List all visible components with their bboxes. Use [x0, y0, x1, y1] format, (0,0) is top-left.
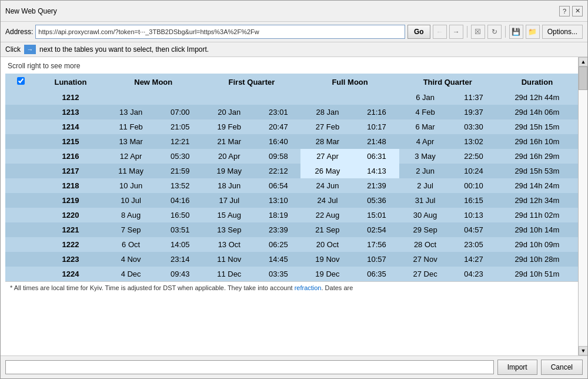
import-button[interactable]: Import: [497, 360, 537, 375]
browse-button[interactable]: 📁: [526, 25, 540, 39]
table-row: 1216 12 Apr 05:30 20 Apr 09:58 27 Apr 06…: [5, 149, 578, 164]
row-fm-time: 10:57: [354, 252, 399, 267]
row-lunation: 1219: [37, 193, 104, 208]
row-duration: 29d 16h 29m: [496, 149, 578, 164]
row-lunation: 1213: [37, 105, 104, 119]
row-fq-time: [256, 90, 300, 105]
row-fq-time: 20:47: [256, 119, 300, 134]
row-new-moon-date: 10 Jun: [104, 178, 158, 193]
row-tq-date: 4 Apr: [399, 134, 452, 149]
row-fm-date: 19 Dec: [300, 267, 354, 281]
row-duration: 29d 10h 09m: [496, 237, 578, 252]
row-fq-time: 03:35: [256, 267, 300, 281]
table-row: 1213 13 Jan 07:00 20 Jan 23:01 28 Jan 21…: [5, 105, 578, 119]
click-bar: Click → next to the tables you want to s…: [1, 42, 587, 57]
row-new-moon-date: 8 Aug: [104, 208, 158, 222]
select-all-checkbox[interactable]: [17, 77, 25, 85]
address-label: Address:: [5, 28, 33, 36]
row-checkbox-cell: [5, 119, 37, 134]
stop-button[interactable]: ☒: [471, 25, 485, 39]
row-checkbox-cell: [5, 237, 37, 252]
col-lunation: Lunation: [37, 74, 104, 90]
row-checkbox-cell: [5, 164, 37, 178]
row-new-moon-time: 12:21: [158, 134, 202, 149]
row-new-moon-date: 12 Apr: [104, 149, 158, 164]
options-button[interactable]: Options...: [542, 25, 583, 39]
row-lunation: 1215: [37, 134, 104, 149]
row-fq-time: 18:19: [256, 208, 300, 222]
row-fm-time: 21:39: [354, 178, 399, 193]
row-fm-time: [354, 90, 399, 105]
row-fq-date: 19 May: [202, 164, 256, 178]
row-fq-time: 23:39: [256, 222, 300, 237]
dialog-window: New Web Query ? ✕ Address: Go ← → ☒ ↻ 💾 …: [0, 0, 588, 379]
refraction-link[interactable]: refraction: [295, 284, 322, 291]
row-tq-time: 11:37: [451, 90, 496, 105]
table-row: 1215 13 Mar 12:21 21 Mar 16:40 28 Mar 21…: [5, 134, 578, 149]
table-header-row: Lunation New Moon First Quarter Full Moo…: [5, 74, 578, 90]
row-tq-time: 00:10: [451, 178, 496, 193]
row-checkbox-cell: [5, 193, 37, 208]
row-fq-date: 17 Jul: [202, 193, 256, 208]
row-new-moon-time: 04:16: [158, 193, 202, 208]
row-tq-date: 2 Jul: [399, 178, 452, 193]
row-tq-date: 2 Jun: [399, 164, 452, 178]
forward-button[interactable]: →: [449, 25, 463, 39]
table-row: 1221 7 Sep 03:51 13 Sep 23:39 21 Sep 02:…: [5, 222, 578, 237]
row-fq-time: 13:10: [256, 193, 300, 208]
row-fm-date: 24 Jul: [300, 193, 354, 208]
row-fq-date: [202, 90, 256, 105]
row-tq-time: 04:23: [451, 267, 496, 281]
row-duration: 29d 15h 53m: [496, 164, 578, 178]
cancel-button[interactable]: Cancel: [541, 360, 583, 375]
row-checkbox-cell: [5, 149, 37, 164]
scroll-down-arrow[interactable]: ▼: [579, 346, 587, 355]
row-new-moon-time: 23:14: [158, 252, 202, 267]
go-button[interactable]: Go: [407, 25, 430, 39]
vertical-scrollbar[interactable]: ▲ ▼: [578, 57, 587, 355]
row-fm-time: 06:31: [354, 149, 399, 164]
row-fm-time: 06:35: [354, 267, 399, 281]
row-lunation: 1220: [37, 208, 104, 222]
row-tq-date: 31 Jul: [399, 193, 452, 208]
separator2: [505, 26, 506, 38]
row-fq-time: 23:01: [256, 105, 300, 119]
row-lunation: 1214: [37, 119, 104, 134]
bottom-input[interactable]: [5, 360, 494, 374]
row-fm-date: 19 Nov: [300, 252, 354, 267]
row-fm-date: 24 Jun: [300, 178, 354, 193]
row-fq-time: 14:45: [256, 252, 300, 267]
row-tq-time: 23:05: [451, 237, 496, 252]
back-button[interactable]: ←: [433, 25, 447, 39]
arrow-icon: →: [24, 45, 36, 54]
title-buttons: ? ✕: [559, 6, 583, 16]
row-fq-time: 06:54: [256, 178, 300, 193]
row-checkbox-cell: [5, 222, 37, 237]
table-row: 1222 6 Oct 14:05 13 Oct 06:25 20 Oct 17:…: [5, 237, 578, 252]
row-duration: 29d 10h 28m: [496, 252, 578, 267]
row-fm-date: 28 Jan: [300, 105, 354, 119]
save-button[interactable]: 💾: [509, 25, 523, 39]
scroll-track[interactable]: [579, 67, 587, 346]
refresh-button[interactable]: ↻: [487, 25, 502, 39]
row-checkbox-cell: [5, 90, 37, 105]
row-tq-time: 14:27: [451, 252, 496, 267]
row-tq-date: 27 Nov: [399, 252, 452, 267]
help-button[interactable]: ?: [559, 6, 570, 16]
row-fq-time: 16:40: [256, 134, 300, 149]
table-container[interactable]: Scroll right to see more Lunation New Mo…: [1, 57, 578, 355]
row-fq-time: 09:58: [256, 149, 300, 164]
scroll-up-arrow[interactable]: ▲: [579, 57, 587, 67]
row-checkbox-cell: [5, 105, 37, 119]
address-input[interactable]: [35, 25, 405, 39]
row-fm-date: 27 Feb: [300, 119, 354, 134]
scroll-thumb[interactable]: [579, 67, 587, 90]
row-tq-time: 10:24: [451, 164, 496, 178]
row-new-moon-time: 13:52: [158, 178, 202, 193]
close-button[interactable]: ✕: [572, 6, 583, 16]
row-new-moon-date: 13 Mar: [104, 134, 158, 149]
row-checkbox-cell: [5, 252, 37, 267]
col-third-quarter: Third Quarter: [399, 74, 496, 90]
row-tq-date: 3 May: [399, 149, 452, 164]
window-title: New Web Query: [5, 7, 57, 15]
